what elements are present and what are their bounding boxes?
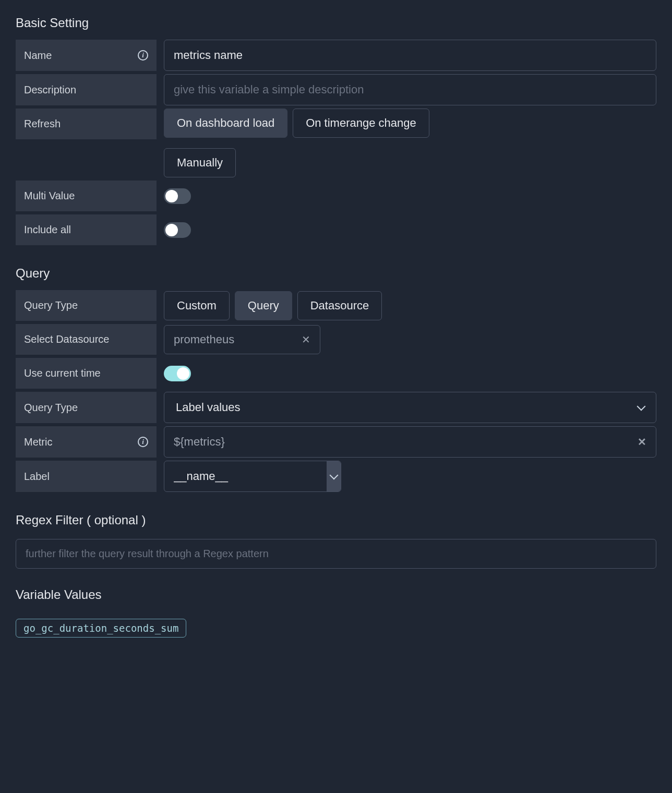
row-description: Description (16, 74, 656, 105)
query-type-query-button[interactable]: Query (235, 291, 292, 320)
label-query-type2: Query Type (16, 392, 157, 423)
info-icon[interactable]: i (138, 437, 148, 447)
chevron-down-icon (329, 471, 338, 480)
section-title-values: Variable Values (16, 587, 656, 602)
label-multi-value: Multi Value (16, 181, 157, 211)
label-label-text: Label (24, 471, 50, 483)
section-title-query: Query (16, 266, 656, 281)
label-use-current-time: Use current time (16, 358, 157, 389)
query-type-datasource-button[interactable]: Datasource (297, 291, 382, 320)
regex-input[interactable] (16, 539, 656, 569)
label-query-type: Query Type (16, 290, 157, 321)
query-type-value: Label values (176, 401, 241, 414)
section-title-basic: Basic Setting (16, 16, 656, 30)
query-type-select[interactable]: Label values (164, 392, 656, 423)
label-input[interactable] (164, 461, 327, 491)
refresh-on-timerange-button[interactable]: On timerange change (293, 109, 429, 138)
row-query-type2: Query Type Label values (16, 392, 656, 423)
include-all-toggle[interactable] (164, 222, 191, 238)
label-description-text: Description (24, 84, 76, 96)
multi-value-toggle[interactable] (164, 188, 191, 204)
label-use-current-time-text: Use current time (24, 367, 101, 379)
label-metric: Metric i (16, 426, 157, 458)
close-icon[interactable]: ✕ (638, 436, 646, 448)
label-select-datasource-text: Select Datasource (24, 333, 109, 345)
label-name-text: Name (24, 50, 52, 62)
row-label-field: Label (16, 461, 656, 492)
label-query-type2-text: Query Type (24, 402, 78, 414)
datasource-value: prometheus (174, 333, 234, 346)
variable-value-chip[interactable]: go_gc_duration_seconds_sum (16, 619, 186, 638)
row-refresh: Refresh On dashboard load On timerange c… (16, 109, 656, 177)
row-multi-value: Multi Value (16, 181, 656, 211)
label-query-type-text: Query Type (24, 299, 78, 311)
label-name: Name i (16, 40, 157, 71)
label-combo[interactable] (164, 461, 341, 492)
label-metric-text: Metric (24, 436, 52, 448)
label-include-all: Include all (16, 214, 157, 245)
refresh-on-load-button[interactable]: On dashboard load (164, 109, 287, 138)
close-icon[interactable]: ✕ (302, 333, 310, 346)
refresh-manually-button[interactable]: Manually (164, 148, 236, 177)
description-input[interactable] (164, 74, 656, 105)
row-select-datasource: Select Datasource prometheus ✕ (16, 324, 656, 355)
label-refresh-text: Refresh (24, 118, 61, 130)
label-label: Label (16, 461, 157, 492)
datasource-select[interactable]: prometheus ✕ (164, 325, 320, 354)
label-dropdown-button[interactable] (327, 461, 341, 491)
query-type-custom-button[interactable]: Custom (164, 291, 230, 320)
name-input[interactable] (164, 40, 656, 71)
info-icon[interactable]: i (138, 50, 148, 61)
section-title-regex: Regex Filter ( optional ) (16, 513, 656, 527)
row-include-all: Include all (16, 214, 656, 245)
row-name: Name i (16, 40, 656, 71)
row-metric: Metric i ${metrics} ✕ (16, 426, 656, 458)
row-use-current-time: Use current time (16, 358, 656, 389)
metric-value: ${metrics} (174, 435, 225, 449)
label-multi-value-text: Multi Value (24, 190, 75, 202)
chevron-down-icon (637, 402, 646, 411)
row-query-type: Query Type Custom Query Datasource (16, 290, 656, 321)
label-select-datasource: Select Datasource (16, 324, 157, 355)
use-current-time-toggle[interactable] (164, 366, 191, 381)
label-include-all-text: Include all (24, 224, 71, 236)
label-refresh: Refresh (16, 109, 157, 139)
metric-input[interactable]: ${metrics} ✕ (164, 426, 656, 458)
label-description: Description (16, 74, 157, 105)
